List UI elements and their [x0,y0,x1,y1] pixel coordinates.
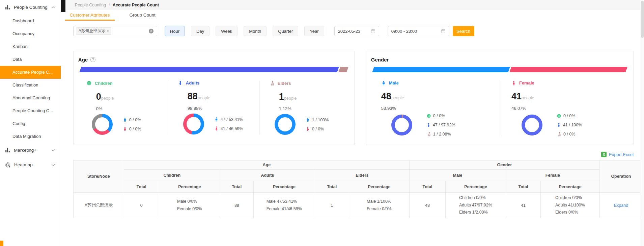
sidebar-group-label: Heatmap [14,162,48,167]
granularity-quarter-button[interactable]: Quarter [273,26,298,36]
cell-elders-total: 1 [315,193,349,218]
legend-value: 1 / 2.08% [433,132,451,137]
chevron-up-icon [51,5,55,9]
granularity-year-button[interactable]: Year [304,26,324,36]
female-icon [214,126,219,131]
sidebar-item-abnormal-counting[interactable]: Abnormal Counting [0,92,61,104]
male-label: Male [389,80,399,85]
tab-group-count[interactable]: Group Count [124,10,160,21]
sidebar-group-heatmap[interactable]: Heatmap [0,157,61,172]
elders-header: Elders [266,80,351,86]
col-total: Total [409,181,445,193]
children-donut-chart [92,114,113,135]
cell-male-total: 48 [409,193,445,218]
tab-customer-attributes[interactable]: Customer Attributes [65,10,115,21]
cell-female-total: 41 [506,193,540,218]
store-tag-chip: A苏州总部演示 [76,27,111,35]
children-header: Children [83,80,168,86]
children-legend: 0 / 0% 0 / 0% [123,118,141,131]
age-group-children: Children 0people 0% 0 / 0% 0 / 0% [77,80,168,135]
adults-tie-icon [557,123,561,127]
tag-close-icon[interactable] [107,29,109,33]
col-elders: Elders [315,170,409,181]
col-total: Total [315,181,349,193]
children-count: 0people [96,92,168,102]
table-row: A苏州总部演示 0 Male 0/0% Female 0/0% 88 Male … [73,193,642,218]
cell-adults-total: 88 [220,193,253,218]
col-adults: Adults [220,170,315,181]
expand-link[interactable]: Expand [614,203,628,208]
male-donut-chart [391,115,412,136]
col-total: Total [220,181,253,193]
sidebar-item-accurate-people-count[interactable]: Accurate People C... [0,66,61,79]
granularity-buttons: Hour Day Week Month Quarter Year [165,26,324,36]
age-groups: Children 0people 0% 0 / 0% 0 / 0% [77,80,351,135]
legend-value: 0 / 0% [312,127,324,131]
calendar-icon [371,29,375,33]
scrollbar-thumb[interactable] [641,1,644,38]
calendar-icon [441,29,446,33]
store-select-input[interactable]: A苏州总部演示 [73,26,157,36]
age-title-text: Age [78,57,88,63]
cell-store: A苏州总部演示 [73,193,124,218]
age-card: Age Children 0people 0% [73,51,355,145]
children-label: Children [95,81,113,86]
cell-elders-pct: Male 1/100% Female 0/0% [349,193,409,218]
elders-donut-row: 1 / 100% 0 / 0% [275,114,351,135]
legend-value: 41 / 100% [563,123,582,127]
breadcrumb-parent[interactable]: People Counting [75,3,106,7]
adults-tie-icon [178,80,183,85]
legend-value: 0 / 0% [563,114,575,118]
male-icon [123,118,127,122]
store-tag-label: A苏州总部演示 [79,28,106,34]
page-scrollbar [640,0,644,246]
people-counting-app: People Counting Dashboard Occupancy Kanb… [0,0,644,246]
gender-card-title: Gender [371,57,630,63]
col-age: Age [124,161,409,170]
date-picker[interactable]: 2022-05-23 [334,26,379,36]
bar-chart-icon [5,147,10,153]
clear-input-icon[interactable] [149,29,153,33]
export-excel-link[interactable]: Export Excel [609,152,634,157]
female-header: Female [508,80,630,85]
tab-bar: Customer Attributes Group Count [65,10,644,21]
chevron-down-icon [51,163,55,167]
sidebar-item-data[interactable]: Data [0,53,61,66]
sidebar-item-dashboard[interactable]: Dashboard [0,15,61,27]
granularity-day-button[interactable]: Day [191,26,209,36]
granularity-month-button[interactable]: Month [244,26,267,36]
search-button[interactable]: Search [453,26,474,36]
elders-percent: 1.12% [279,106,351,111]
age-group-adults: Adults 88people 98.88% 47 / 53.41% 41 / … [168,80,259,135]
sidebar-group-marketing[interactable]: Marketing+ [0,143,61,157]
granularity-hour-button[interactable]: Hour [165,26,185,36]
adults-percent: 98.88% [188,106,259,111]
children-icon [86,80,92,86]
time-range-picker[interactable]: 09:00 - 23:00 [388,26,449,36]
stats-table: Store/Node Age Gender Operation Children… [73,160,643,218]
col-percentage: Percentage [445,181,506,193]
children-donut-row: 0 / 0% 0 / 0% [92,114,168,135]
col-total: Total [124,181,159,193]
help-icon[interactable] [90,57,95,62]
elders-label: Elders [278,81,291,86]
sidebar-item-config[interactable]: Config. [0,117,61,130]
sidebar-item-occupancy[interactable]: Occupancy [0,27,61,40]
female-count: 41people [511,91,630,102]
sidebar-item-data-migration[interactable]: Data Migration [0,130,61,143]
main-content: People Counting / Accurate People Count … [61,0,644,246]
sidebar-group-label: People Counting [14,5,48,10]
adults-label: Adults [186,80,199,85]
male-donut-row: 0 / 0% 47 / 97.92% 1 / 2.08% [391,114,500,137]
sidebar-item-kanban[interactable]: Kanban [0,40,61,53]
col-gender: Gender [409,161,599,170]
male-icon [381,81,386,85]
menu-collapse-handle[interactable] [61,0,65,12]
sidebar-group-people-counting[interactable]: People Counting [0,0,61,15]
children-percent: 0% [96,106,168,111]
sidebar-item-classification[interactable]: Classification [0,79,61,92]
granularity-week-button[interactable]: Week [216,26,237,36]
sidebar-item-people-counting-c[interactable]: People Counting C... [0,104,61,117]
age-distribution-bar [80,67,347,72]
legend-value: 1 / 100% [312,118,329,122]
